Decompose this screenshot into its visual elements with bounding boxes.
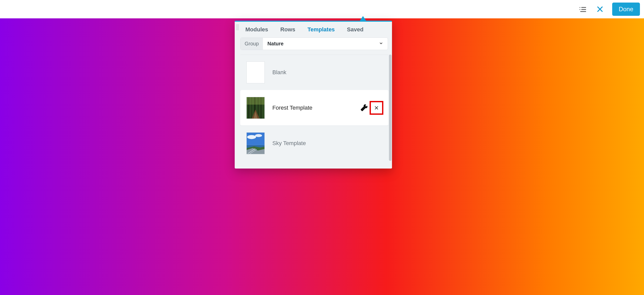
group-selected-value: Nature xyxy=(268,41,284,47)
tab-rows[interactable]: Rows xyxy=(280,26,295,33)
edit-template-button[interactable] xyxy=(360,104,368,112)
panel-tabs: Modules Rows Templates Saved xyxy=(240,22,392,37)
template-name: Blank xyxy=(272,69,383,76)
svg-point-16 xyxy=(255,134,262,137)
group-select[interactable]: Nature xyxy=(263,38,388,50)
template-thumb-sky xyxy=(246,132,265,154)
template-name: Sky Template xyxy=(272,140,383,147)
panel-caret xyxy=(360,16,366,21)
top-toolbar: Done xyxy=(0,0,644,18)
template-item-blank[interactable]: Blank xyxy=(240,55,388,90)
template-name: Forest Template xyxy=(272,105,352,111)
close-panel-icon[interactable] xyxy=(595,4,605,14)
group-label: Group xyxy=(241,38,263,50)
svg-point-15 xyxy=(247,135,256,139)
chevron-down-icon xyxy=(379,41,383,47)
svg-point-2 xyxy=(579,9,580,10)
delete-template-button[interactable] xyxy=(370,101,383,115)
template-list: Blank Forest xyxy=(240,55,392,161)
template-thumb-blank xyxy=(246,61,265,83)
scrollbar[interactable] xyxy=(389,55,391,161)
content-panel: Modules Rows Templates Saved Group Natur… xyxy=(235,21,392,169)
svg-rect-14 xyxy=(247,133,264,145)
template-item-forest[interactable]: Forest Template xyxy=(240,90,388,125)
outline-list-icon[interactable] xyxy=(578,4,588,14)
template-item-sky[interactable]: Sky Template xyxy=(240,125,388,161)
template-row-actions xyxy=(360,101,383,115)
tab-templates[interactable]: Templates xyxy=(307,26,335,33)
tab-saved[interactable]: Saved xyxy=(347,26,363,33)
tab-modules[interactable]: Modules xyxy=(245,26,268,33)
svg-point-0 xyxy=(579,7,580,8)
panel-drag-handle[interactable] xyxy=(235,22,240,161)
template-thumb-forest xyxy=(246,97,265,119)
done-button[interactable]: Done xyxy=(612,3,640,16)
group-filter: Group Nature xyxy=(240,37,388,50)
svg-rect-13 xyxy=(247,97,264,105)
